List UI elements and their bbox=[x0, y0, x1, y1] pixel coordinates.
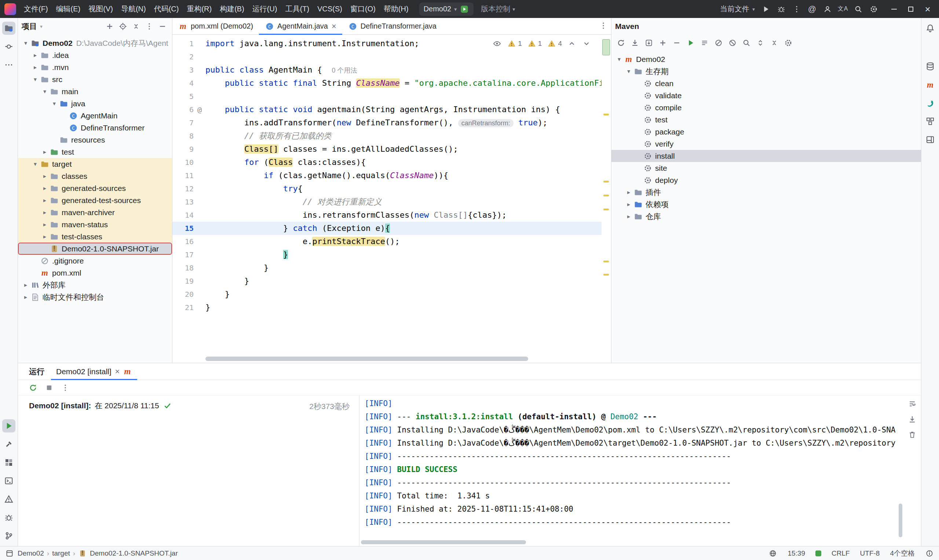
menu-代码(C)[interactable]: 代码(C) bbox=[150, 2, 183, 16]
chevron-closed-icon[interactable]: ▸ bbox=[21, 282, 31, 288]
code-line-8[interactable]: 8 // 获取所有已加载的类 bbox=[173, 129, 601, 143]
chevron-closed-icon[interactable]: ▸ bbox=[40, 221, 49, 228]
collapse-icon[interactable] bbox=[130, 21, 142, 32]
at-icon[interactable]: @ bbox=[805, 3, 819, 15]
chevron-open-icon[interactable]: ▾ bbox=[40, 88, 49, 95]
code-line-19[interactable]: 19 } bbox=[173, 274, 601, 288]
project-item-target[interactable]: ▾target bbox=[18, 158, 172, 170]
menu-运行(U)[interactable]: 运行(U) bbox=[248, 2, 281, 16]
breadcrumb-item[interactable]: Demo02 bbox=[18, 549, 44, 557]
code-line-21[interactable]: 21} bbox=[173, 301, 601, 314]
collapse-icon[interactable] bbox=[768, 37, 780, 48]
code-line-18[interactable]: 18 } bbox=[173, 261, 601, 274]
chevron-down-icon[interactable] bbox=[582, 39, 591, 48]
project-item-maven-status[interactable]: ▸maven-status bbox=[18, 218, 172, 231]
maven-item-verify[interactable]: verify bbox=[611, 138, 921, 150]
maven-item-package[interactable]: package bbox=[611, 126, 921, 138]
project-item-外部库[interactable]: ▸外部库 bbox=[18, 279, 172, 291]
commit-icon[interactable] bbox=[2, 40, 15, 53]
expand-icon[interactable] bbox=[754, 37, 766, 48]
menu-帮助(H)[interactable]: 帮助(H) bbox=[379, 2, 413, 16]
maven-tool-icon[interactable]: m bbox=[924, 78, 937, 91]
code-line-2[interactable]: 2 bbox=[173, 50, 601, 63]
project-item-generated-test-sources[interactable]: ▸generated-test-sources bbox=[18, 194, 172, 206]
menu-重构(R)[interactable]: 重构(R) bbox=[183, 2, 216, 16]
code-line-16[interactable]: 16 e.printStackTrace(); bbox=[173, 235, 601, 248]
close-icon[interactable]: × bbox=[332, 22, 336, 31]
vertical-scrollbar[interactable] bbox=[899, 503, 902, 537]
warning-mark[interactable] bbox=[603, 209, 609, 210]
menu-构建(B)[interactable]: 构建(B) bbox=[216, 2, 248, 16]
code-line-9[interactable]: 9 Class[] classes = ins.getAllLoadedClas… bbox=[173, 143, 601, 156]
chevron-closed-icon[interactable]: ▸ bbox=[31, 52, 40, 58]
project-item-AgentMain[interactable]: CAgentMain bbox=[18, 109, 172, 122]
inspection-warning-badge[interactable]: 4 bbox=[547, 39, 562, 48]
inspection-warning-badge[interactable]: 1 bbox=[507, 39, 522, 48]
close-icon[interactable]: × bbox=[115, 367, 120, 376]
play-icon[interactable] bbox=[759, 3, 772, 15]
download-sources-icon[interactable] bbox=[643, 37, 655, 48]
warning-mark[interactable] bbox=[603, 114, 609, 115]
version-control-icon[interactable] bbox=[2, 529, 15, 542]
project-icon[interactable] bbox=[2, 22, 15, 35]
maven-item-仓库[interactable]: ▸仓库 bbox=[611, 210, 921, 223]
maven-item-compile[interactable]: compile bbox=[611, 102, 921, 114]
run-panel-title[interactable]: 运行 bbox=[18, 366, 51, 377]
inspections-widget[interactable]: 114 bbox=[489, 38, 595, 49]
run-configuration-selector[interactable]: Demo02 ▾ bbox=[419, 3, 474, 16]
status-green-indicator[interactable] bbox=[816, 551, 821, 556]
breadcrumb-item[interactable]: Demo02-1.0-SNAPSHOT.jar bbox=[90, 549, 178, 557]
notifications-icon[interactable] bbox=[924, 22, 937, 35]
close-button[interactable]: × bbox=[919, 3, 936, 16]
eye-icon[interactable] bbox=[492, 39, 502, 48]
inspection-warning-badge[interactable]: 1 bbox=[527, 39, 542, 48]
maven-item-install[interactable]: install bbox=[611, 150, 921, 162]
warning-mark[interactable] bbox=[603, 261, 609, 262]
chevron-closed-icon[interactable]: ▸ bbox=[40, 185, 49, 192]
project-item-Demo02[interactable]: ▾Demo02D:\JavaCode\内存马\Agent bbox=[18, 37, 172, 49]
warning-mark[interactable] bbox=[603, 181, 609, 183]
chevron-closed-icon[interactable]: ▸ bbox=[40, 197, 49, 204]
skip-tests-icon[interactable] bbox=[727, 37, 739, 48]
project-item-DefineTransformer[interactable]: CDefineTransformer bbox=[18, 122, 172, 134]
offline-icon[interactable] bbox=[713, 37, 725, 48]
project-item-.idea[interactable]: ▸.idea bbox=[18, 49, 172, 61]
hide-icon[interactable] bbox=[157, 21, 168, 32]
code-line-15[interactable]: 15 } catch (Exception e){ bbox=[173, 222, 601, 235]
horizontal-scrollbar[interactable] bbox=[205, 357, 528, 361]
network-icon[interactable] bbox=[768, 549, 777, 558]
settings-icon[interactable] bbox=[782, 37, 794, 48]
chevron-closed-icon[interactable]: ▸ bbox=[40, 233, 49, 240]
code-editor[interactable]: 1import java.lang.instrument.Instrumenta… bbox=[173, 35, 611, 363]
error-stripe[interactable] bbox=[601, 35, 611, 353]
maven-item-依赖项[interactable]: ▸依赖项 bbox=[611, 198, 921, 210]
menu-工具(T)[interactable]: 工具(T) bbox=[281, 2, 314, 16]
project-item-pom.xml[interactable]: mpom.xml bbox=[18, 267, 172, 279]
soft-wrap-icon[interactable] bbox=[907, 399, 917, 409]
more-icon[interactable] bbox=[60, 383, 70, 392]
gradle-icon[interactable] bbox=[924, 96, 937, 109]
warning-mark[interactable] bbox=[603, 195, 609, 197]
user-icon[interactable] bbox=[821, 3, 834, 15]
search-icon[interactable] bbox=[740, 37, 752, 48]
code-line-10[interactable]: 10 for (Class clas:classes){ bbox=[173, 156, 601, 169]
project-item-resources[interactable]: resources bbox=[18, 134, 172, 146]
code-line-3[interactable]: 3public class AgentMain { 0 个用法 bbox=[173, 63, 601, 77]
search-icon[interactable] bbox=[852, 3, 865, 15]
code-line-11[interactable]: 11 if (clas.getName().equals(ClassName))… bbox=[173, 169, 601, 182]
code-line-14[interactable]: 14 ins.retransformClasses(new Class[]{cl… bbox=[173, 209, 601, 222]
project-item-临时文件和控制台[interactable]: ▸临时文件和控制台 bbox=[18, 291, 172, 303]
add-icon[interactable] bbox=[657, 37, 669, 48]
clear-icon[interactable] bbox=[907, 430, 917, 439]
services-icon[interactable] bbox=[2, 456, 15, 469]
remove-icon[interactable] bbox=[671, 37, 683, 48]
project-item-.gitignore[interactable]: .gitignore bbox=[18, 255, 172, 267]
project-item-main[interactable]: ▾main bbox=[18, 85, 172, 97]
menu-VCS(S)[interactable]: VCS(S) bbox=[313, 3, 346, 15]
menu-文件(F)[interactable]: 文件(F) bbox=[20, 2, 52, 16]
project-item-Demo02-1.0-SNAPSHOT.jar[interactable]: Demo02-1.0-SNAPSHOT.jar bbox=[18, 243, 172, 255]
more-icon[interactable] bbox=[143, 21, 155, 32]
settings-icon[interactable] bbox=[867, 3, 880, 15]
chevron-open-icon[interactable]: ▾ bbox=[624, 68, 634, 75]
maven-item-Demo02[interactable]: ▾mDemo02 bbox=[611, 53, 921, 65]
